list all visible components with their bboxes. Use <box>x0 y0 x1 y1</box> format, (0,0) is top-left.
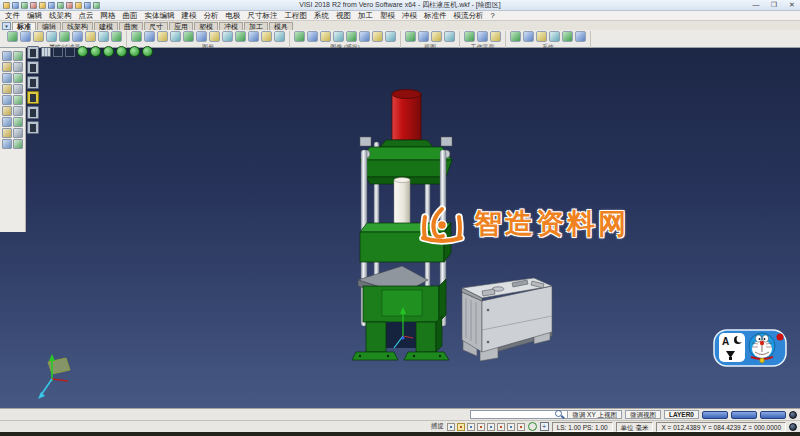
menu-solid-edit[interactable]: 实体编辑 <box>145 11 175 21</box>
workplane-align-icon[interactable] <box>477 31 488 42</box>
display-mode-icon[interactable] <box>274 31 285 42</box>
tab-machining[interactable]: 加工 <box>244 22 268 30</box>
tab-wireframe[interactable]: 线架构 <box>62 22 93 30</box>
measure-tool-icon[interactable] <box>2 117 12 127</box>
tab-surface[interactable]: 曲面 <box>119 22 143 30</box>
snap-toggle-7[interactable] <box>507 423 515 431</box>
rotate-view-icon[interactable] <box>444 31 455 42</box>
scale-tool-icon[interactable] <box>13 73 23 83</box>
workplane-icon[interactable] <box>464 31 475 42</box>
menu-standard-parts[interactable]: 标准件 <box>424 11 447 21</box>
snap-toggle-2[interactable] <box>457 423 465 431</box>
refresh-icon[interactable] <box>528 422 537 431</box>
menu-analysis[interactable]: 分析 <box>204 11 219 21</box>
pan-icon[interactable] <box>431 31 442 42</box>
status-blue-button-1[interactable] <box>702 411 728 419</box>
light-icon[interactable] <box>209 31 220 42</box>
settings-icon[interactable] <box>510 31 521 42</box>
shadow-icon[interactable] <box>196 31 207 42</box>
menu-mould[interactable]: 塑模 <box>380 11 395 21</box>
transparent-icon[interactable] <box>170 31 181 42</box>
tab-modeling[interactable]: 建模 <box>94 22 118 30</box>
tab-stamping[interactable]: 冲模 <box>219 22 243 30</box>
tab-standard[interactable]: 标准 <box>12 22 36 30</box>
menu-view[interactable]: 视图 <box>336 11 351 21</box>
mask-icon[interactable] <box>72 31 83 42</box>
layer-visibility-button-4[interactable] <box>27 121 39 134</box>
menu-file[interactable]: 文件 <box>5 11 20 21</box>
status-orb-icon[interactable] <box>789 411 797 419</box>
group-tool-icon[interactable] <box>13 117 23 127</box>
type-filter-icon[interactable] <box>46 31 57 42</box>
tab-edit[interactable]: 编辑 <box>37 22 61 30</box>
tab-application[interactable]: 应用 <box>169 22 193 30</box>
move-tool-icon[interactable] <box>2 62 12 72</box>
snap-face-icon[interactable] <box>385 31 396 42</box>
chamfer-tool-icon[interactable] <box>2 106 12 116</box>
snap-mid-icon[interactable] <box>320 31 331 42</box>
material-icon[interactable] <box>222 31 233 42</box>
layer-on-icon-3[interactable] <box>103 46 114 57</box>
menu-edit[interactable]: 编辑 <box>27 11 42 21</box>
menu-mesh[interactable]: 网格 <box>101 11 116 21</box>
snap-toggle-4[interactable] <box>477 423 485 431</box>
layer-on-icon-1[interactable] <box>77 46 88 57</box>
fillet-tool-icon[interactable] <box>13 95 23 105</box>
offset-tool-icon[interactable] <box>2 95 12 105</box>
snap-intersection-icon[interactable] <box>346 31 357 42</box>
snap-point-icon[interactable] <box>294 31 305 42</box>
snap-toggle-6[interactable] <box>497 423 505 431</box>
select-tool-icon[interactable] <box>2 51 12 61</box>
menu-modeling[interactable]: 建模 <box>182 11 197 21</box>
search-icon[interactable] <box>555 410 564 419</box>
clip-plane-icon[interactable] <box>261 31 272 42</box>
explode-tool-icon[interactable] <box>2 128 12 138</box>
menu-wireframe[interactable]: 线架构 <box>49 11 72 21</box>
info-icon[interactable] <box>536 31 547 42</box>
menu-surface[interactable]: 曲面 <box>123 11 138 21</box>
snap-end-icon[interactable] <box>307 31 318 42</box>
attribute-icon[interactable] <box>7 31 18 42</box>
layer-visibility-button-1[interactable] <box>27 61 39 74</box>
close-button[interactable]: ✕ <box>786 1 798 9</box>
wireframe-view-icon[interactable] <box>144 31 155 42</box>
hidden-line-icon[interactable] <box>157 31 168 42</box>
layer-visibility-button-2[interactable] <box>27 76 39 89</box>
layer-visibility-button-3[interactable] <box>27 106 39 119</box>
render-icon[interactable] <box>183 31 194 42</box>
trim-tool-icon[interactable] <box>2 84 12 94</box>
status2-orb-icon[interactable] <box>789 423 797 431</box>
curve-tool-icon[interactable] <box>13 139 23 149</box>
background-icon[interactable] <box>235 31 246 42</box>
snap-grid-icon[interactable] <box>372 31 383 42</box>
menu-system[interactable]: 系统 <box>314 11 329 21</box>
layer-filter-icon[interactable] <box>33 31 44 42</box>
layer-on-icon-6[interactable] <box>142 46 153 57</box>
menu-drawing[interactable]: 工程图 <box>285 11 308 21</box>
mirror-tool-icon[interactable] <box>2 73 12 83</box>
minimize-button[interactable]: — <box>750 1 762 9</box>
grid-toggle-icon[interactable] <box>41 47 51 57</box>
tab-mould[interactable]: 塑模 <box>194 22 218 30</box>
color-filter-icon[interactable] <box>20 31 31 42</box>
layer-on-icon-5[interactable] <box>129 46 140 57</box>
database-icon[interactable] <box>575 31 586 42</box>
invert-selection-icon[interactable] <box>98 31 109 42</box>
project-tool-icon[interactable] <box>2 139 12 149</box>
section-icon[interactable] <box>248 31 259 42</box>
extend-tool-icon[interactable] <box>13 84 23 94</box>
3d-viewport[interactable]: 智造资料网 A <box>0 48 800 408</box>
layer-on-icon-2[interactable] <box>90 46 101 57</box>
menu-flow-analysis[interactable]: 模流分析 <box>454 11 484 21</box>
snap-toggle-5[interactable] <box>487 423 495 431</box>
crosshair-icon[interactable]: + <box>540 422 549 431</box>
layer-visibility-button-active[interactable] <box>27 91 39 104</box>
restore-button[interactable]: ❐ <box>768 1 780 9</box>
tab-dimension[interactable]: 尺寸 <box>144 22 168 30</box>
snap-center-icon[interactable] <box>333 31 344 42</box>
snap-toggle-3[interactable] <box>467 423 475 431</box>
dark-view-icon-2[interactable] <box>65 47 75 57</box>
menu-pointcloud[interactable]: 点云 <box>79 11 94 21</box>
rotate-tool-icon[interactable] <box>13 62 23 72</box>
menu-electrode[interactable]: 电极 <box>226 11 241 21</box>
